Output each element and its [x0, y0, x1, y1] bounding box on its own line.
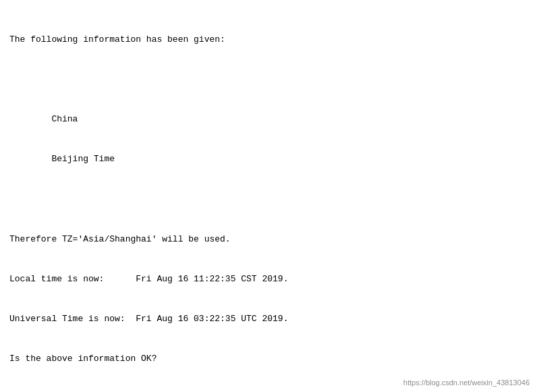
- line-therefore: Therefore TZ='Asia/Shanghai' will be use…: [9, 233, 526, 246]
- line-blank-2: [9, 193, 526, 206]
- line-beijing: Beijing Time: [9, 152, 526, 166]
- line-blank-1: [9, 73, 526, 86]
- watermark: https://blog.csdn.net/weixin_43813046: [403, 379, 530, 387]
- line-universal-time: Universal Time is now: Fri Aug 16 03:22:…: [9, 312, 526, 326]
- line-local-time: Local time is now: Fri Aug 16 11:22:35 C…: [9, 273, 526, 286]
- line-china: China: [9, 113, 526, 126]
- line-1: The following information has been given…: [9, 33, 526, 47]
- terminal-output: The following information has been given…: [9, 7, 526, 392]
- line-ok-question: Is the above information OK?: [9, 352, 526, 366]
